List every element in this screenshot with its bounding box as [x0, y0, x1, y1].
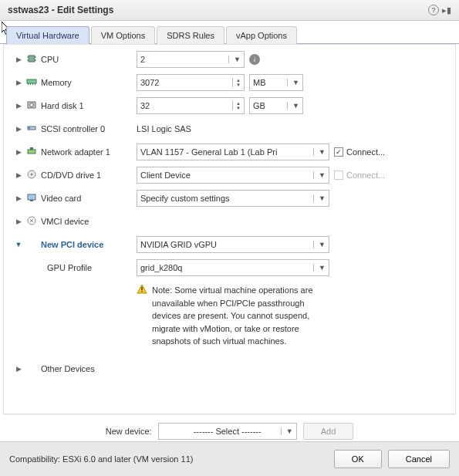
- settings-panel: ▶ CPU 2▼ i ▶ Memory 3072▲▼ MB▼ ▶ Hard di…: [3, 44, 456, 414]
- expand-icon[interactable]: ▶: [13, 365, 24, 373]
- gpu-profile-label: GPU Profile: [39, 263, 137, 272]
- svg-point-17: [31, 174, 33, 176]
- vmci-label: VMCI device: [39, 217, 137, 226]
- row-harddisk: ▶ Hard disk 1 32▲▼ GB▼: [13, 94, 446, 117]
- pci-select[interactable]: NVIDIA GRID vGPU▼: [137, 236, 329, 253]
- vmci-icon: [24, 215, 39, 228]
- checkbox-checked-icon: ✓: [334, 147, 343, 157]
- collapse-icon[interactable]: ▼: [13, 241, 24, 248]
- svg-rect-7: [30, 83, 31, 85]
- svg-rect-9: [35, 83, 35, 85]
- video-icon: [24, 192, 39, 204]
- cddvd-connect-checkbox: Connect...: [334, 170, 385, 180]
- help-icon[interactable]: ?: [428, 5, 439, 15]
- svg-point-13: [29, 127, 30, 129]
- disk-icon: [24, 100, 39, 112]
- new-device-label: New device:: [106, 427, 152, 436]
- new-pci-label: New PCI device: [39, 240, 137, 249]
- svg-rect-5: [27, 79, 36, 83]
- memory-icon: [24, 76, 39, 89]
- row-cddvd: ▶ CD/DVD drive 1 Client Device▼ Connect.…: [13, 164, 446, 187]
- memory-label: Memory: [39, 78, 137, 87]
- titlebar-controls: ? ▸▮: [428, 5, 451, 15]
- video-select[interactable]: Specify custom settings▼: [137, 190, 329, 207]
- expand-icon[interactable]: ▶: [13, 102, 24, 110]
- spinner-down-icon[interactable]: ▼: [236, 106, 241, 110]
- row-new-pci: ▼ New PCI device NVIDIA GRID vGPU▼: [13, 233, 446, 256]
- tab-sdrs-rules[interactable]: SDRS Rules: [157, 26, 224, 44]
- title-bar: sstwas23 - Edit Settings ? ▸▮: [0, 0, 459, 21]
- row-video: ▶ Video card Specify custom settings▼: [13, 187, 446, 210]
- chevron-down-icon: ▼: [228, 56, 241, 63]
- network-connect-checkbox[interactable]: ✓Connect...: [334, 147, 385, 157]
- cpu-icon: [24, 53, 39, 66]
- cddvd-label: CD/DVD drive 1: [39, 170, 137, 180]
- note-text: Note: Some virtual machine operations ar…: [152, 284, 329, 348]
- info-icon[interactable]: i: [249, 54, 260, 65]
- other-devices-label: Other Devices: [39, 364, 137, 373]
- scsi-value: LSI Logic SAS: [137, 124, 191, 133]
- collapse-icon[interactable]: ▸▮: [442, 5, 451, 15]
- footer-bar: Compatibility: ESXi 6.0 and later (VM ve…: [0, 441, 459, 476]
- new-device-select[interactable]: ------- Select ------- ▼: [158, 423, 297, 440]
- svg-rect-6: [28, 83, 29, 85]
- row-scsi: ▶ SCSI controller 0 LSI Logic SAS: [13, 117, 446, 140]
- chevron-down-icon: ▼: [313, 241, 326, 248]
- checkbox-unchecked-icon: [334, 170, 343, 180]
- cpu-label: CPU: [39, 55, 137, 64]
- svg-rect-19: [30, 200, 33, 201]
- spinner-down-icon[interactable]: ▼: [236, 83, 241, 87]
- chevron-down-icon: ▼: [287, 102, 299, 110]
- window-title: sstwas23 - Edit Settings: [8, 5, 113, 15]
- svg-rect-21: [141, 287, 142, 290]
- chevron-down-icon: ▼: [287, 79, 299, 86]
- network-icon: [24, 146, 39, 158]
- network-select[interactable]: VLAN 1157 - General Lab 1 (Lab Pri▼: [137, 143, 329, 160]
- row-cpu: ▶ CPU 2▼ i: [13, 48, 446, 71]
- chevron-down-icon: ▼: [313, 171, 326, 179]
- compatibility-text: Compatibility: ESXi 6.0 and later (VM ve…: [9, 454, 193, 464]
- svg-point-11: [30, 103, 34, 107]
- harddisk-unit-select[interactable]: GB▼: [249, 97, 303, 114]
- cancel-button[interactable]: Cancel: [388, 450, 450, 468]
- warning-icon: [137, 284, 147, 295]
- cd-icon: [24, 169, 39, 181]
- memory-unit-select[interactable]: MB▼: [249, 74, 303, 91]
- cddvd-select[interactable]: Client Device▼: [137, 167, 329, 184]
- expand-icon[interactable]: ▶: [13, 56, 24, 63]
- memory-input[interactable]: 3072▲▼: [137, 74, 245, 91]
- svg-rect-0: [29, 56, 35, 62]
- tab-bar: Virtual Hardware VM Options SDRS Rules v…: [0, 21, 459, 44]
- network-label: Network adapter 1: [39, 147, 137, 157]
- scsi-label: SCSI controller 0: [39, 124, 137, 133]
- row-memory: ▶ Memory 3072▲▼ MB▼: [13, 71, 446, 94]
- row-other-devices: ▶ Other Devices: [13, 357, 446, 380]
- harddisk-label: Hard disk 1: [39, 101, 137, 110]
- row-vmci: ▶ VMCI device: [13, 210, 446, 233]
- svg-rect-8: [32, 83, 33, 85]
- expand-icon[interactable]: ▶: [13, 171, 24, 179]
- tab-vapp-options[interactable]: vApp Options: [226, 26, 297, 44]
- tab-virtual-hardware[interactable]: Virtual Hardware: [6, 26, 89, 44]
- svg-rect-18: [28, 194, 35, 200]
- expand-icon[interactable]: ▶: [13, 125, 24, 133]
- video-label: Video card: [39, 194, 137, 203]
- expand-icon[interactable]: ▶: [13, 79, 24, 86]
- ok-button[interactable]: OK: [334, 450, 382, 468]
- row-note: Note: Some virtual machine operations ar…: [13, 279, 446, 357]
- harddisk-input[interactable]: 32▲▼: [137, 97, 245, 114]
- chevron-down-icon: ▼: [281, 427, 293, 435]
- chevron-down-icon: ▼: [313, 194, 326, 202]
- cpu-select[interactable]: 2▼: [137, 51, 245, 68]
- gpu-profile-select[interactable]: grid_k280q▼: [137, 259, 329, 276]
- expand-icon[interactable]: ▶: [13, 148, 24, 156]
- scsi-icon: [24, 123, 39, 135]
- tab-vm-options[interactable]: VM Options: [91, 26, 155, 44]
- expand-icon[interactable]: ▶: [13, 194, 24, 202]
- svg-rect-14: [28, 150, 35, 154]
- add-button: Add: [303, 423, 354, 440]
- expand-icon[interactable]: ▶: [13, 218, 24, 225]
- row-network: ▶ Network adapter 1 VLAN 1157 - General …: [13, 140, 446, 164]
- svg-rect-15: [30, 147, 33, 150]
- row-gpu-profile: GPU Profile grid_k280q▼: [13, 256, 446, 279]
